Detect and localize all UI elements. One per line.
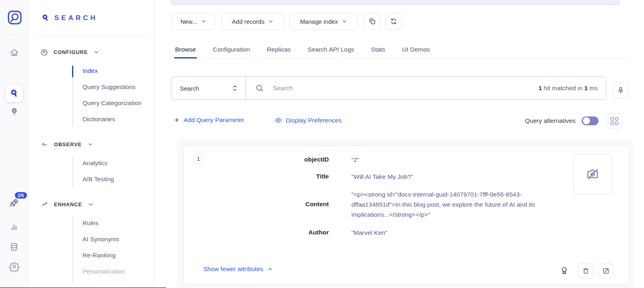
sidebar-item-ai-synonyms[interactable]: AI Synonyms xyxy=(83,236,119,243)
add-query-parameter-link[interactable]: Add Query Parameter xyxy=(173,116,244,124)
refresh-button[interactable] xyxy=(385,13,402,30)
tab-search-api-logs[interactable]: Search API Logs xyxy=(307,46,355,58)
data-database-icon[interactable] xyxy=(9,242,20,253)
sidebar-item-query-suggestions[interactable]: Query Suggestions xyxy=(83,83,136,91)
copy-index-button[interactable] xyxy=(364,13,381,30)
sidebar-item-analytics[interactable]: Analytics xyxy=(83,160,107,167)
show-fewer-label: Show fewer attributes xyxy=(203,265,263,273)
query-alternatives-toggle[interactable] xyxy=(582,116,599,125)
home-icon[interactable] xyxy=(9,47,20,58)
query-controls: Add Query Parameter Display Preferences … xyxy=(171,113,626,128)
active-item-indicator xyxy=(72,66,73,77)
search-mode-select[interactable]: Search xyxy=(171,77,246,99)
hits-count: 1 xyxy=(539,85,542,91)
chevron-down-icon xyxy=(88,201,94,207)
section-configure-label: CONFIGURE xyxy=(54,49,88,55)
edit-icon xyxy=(602,267,610,275)
attribute-value: "<p><strong id="docs-internal-guid-14079… xyxy=(351,189,562,220)
tab-browse[interactable]: Browse xyxy=(174,46,197,58)
hits-panel: 1 objectID "2" Title "Will AI Take My Jo… xyxy=(177,139,633,288)
index-selector-partial[interactable] xyxy=(171,0,620,5)
chevron-down-icon xyxy=(87,141,93,147)
hit-card: 1 objectID "2" Title "Will AI Take My Jo… xyxy=(184,145,630,284)
chevron-down-icon xyxy=(93,49,99,55)
configure-gear-icon xyxy=(41,48,48,56)
show-fewer-attributes-link[interactable]: Show fewer attributes xyxy=(203,265,273,273)
sidebar-item-query-categorization[interactable]: Query Categorization xyxy=(83,99,141,107)
enhance-group-line xyxy=(72,216,73,283)
algolia-logo-icon[interactable] xyxy=(7,10,22,25)
sidebar-item-re-ranking[interactable]: Re-Ranking xyxy=(83,252,116,259)
add-records-button[interactable]: Add records xyxy=(221,13,285,30)
search-icon xyxy=(255,83,264,93)
attribute-name: objectID xyxy=(184,155,329,164)
new-button[interactable]: New... xyxy=(172,13,215,30)
rail-divider xyxy=(6,35,23,35)
copy-icon xyxy=(368,17,376,25)
image-placeholder xyxy=(574,154,612,194)
grid-icon xyxy=(611,117,618,125)
observe-group-line xyxy=(72,156,73,189)
attribute-name: Title xyxy=(184,172,329,181)
tab-replicas[interactable]: Replicas xyxy=(266,46,291,58)
tab-ui-demos[interactable]: UI Demos xyxy=(401,46,431,58)
chevron-down-icon xyxy=(342,19,347,24)
search-mode-value: Search xyxy=(180,85,231,92)
new-button-label: New... xyxy=(180,18,197,25)
section-enhance[interactable]: ENHANCE xyxy=(41,201,94,208)
observe-pulse-icon xyxy=(41,141,48,148)
sidebar-item-personalization[interactable]: Personalization xyxy=(83,268,125,275)
section-observe-label: OBSERVE xyxy=(54,141,82,147)
add-records-label: Add records xyxy=(232,18,264,25)
attribute-name: Content xyxy=(184,199,329,209)
sidebar-item-ab-testing[interactable]: A/B Testing xyxy=(83,176,114,183)
manage-index-button[interactable]: Manage index xyxy=(289,13,358,30)
chevron-down-icon xyxy=(268,19,274,24)
layout-grid-button[interactable] xyxy=(607,113,622,128)
attribute-value: "Marvel Ken" xyxy=(351,228,562,238)
display-preferences-link[interactable]: Display Preferences xyxy=(275,116,342,124)
sidebar-item-rules[interactable]: Rules xyxy=(83,220,99,227)
enhance-trend-icon xyxy=(41,201,48,208)
select-chevrons-icon xyxy=(231,83,238,93)
search-input[interactable] xyxy=(272,84,531,92)
hits-text: hit matched in xyxy=(544,85,583,91)
sidebar: SEARCH CONFIGURE Index Query Suggestions… xyxy=(28,0,154,288)
tab-stats[interactable]: Stats xyxy=(370,46,386,58)
attribute-name: Author xyxy=(184,228,329,237)
delete-record-button[interactable] xyxy=(578,263,593,278)
chevron-down-icon xyxy=(201,19,206,24)
trash-icon xyxy=(582,267,590,275)
add-query-parameter-label: Add Query Parameter xyxy=(184,116,244,124)
rocket-icon[interactable] xyxy=(8,197,19,208)
refresh-icon xyxy=(390,17,398,25)
plus-icon xyxy=(173,117,180,123)
toggle-knob xyxy=(583,117,590,124)
hits-summary: 1 hit matched in 1 ms xyxy=(539,85,598,92)
search-bar: Search 1 hit matched in 1 ms xyxy=(171,77,606,100)
index-tabs: Browse Configuration Replicas Search API… xyxy=(174,41,629,59)
product-header: SEARCH xyxy=(41,13,98,23)
ranking-info-button[interactable] xyxy=(559,265,570,276)
usage-badge: 2/5 xyxy=(15,192,27,199)
settings-gear-icon[interactable] xyxy=(9,261,20,272)
search-product-icon[interactable] xyxy=(5,85,23,102)
voice-search-button[interactable] xyxy=(613,82,629,98)
recommend-bulb-icon[interactable] xyxy=(9,106,20,117)
sidebar-item-index[interactable]: Index xyxy=(83,67,98,75)
camera-off-icon xyxy=(586,167,600,181)
sidebar-item-dictionaries[interactable]: Dictionaries xyxy=(83,116,115,123)
edit-record-button[interactable] xyxy=(598,263,613,278)
search-field: 1 hit matched in 1 ms xyxy=(246,77,606,99)
search-pin-icon xyxy=(41,13,50,23)
main-content: New... Add records Manage index Browse xyxy=(154,0,644,288)
tab-configuration[interactable]: Configuration xyxy=(212,46,251,58)
analytics-bars-icon[interactable] xyxy=(9,222,20,233)
query-alternatives-label: Query alternatives xyxy=(525,117,576,124)
section-configure[interactable]: CONFIGURE xyxy=(41,48,99,56)
app-rail: 2/5 xyxy=(0,0,28,288)
algolia-dashboard: 2/5 xyxy=(0,0,644,288)
manage-index-label: Manage index xyxy=(300,18,338,25)
section-observe[interactable]: OBSERVE xyxy=(41,141,93,148)
attribute-value: "2" xyxy=(351,155,562,165)
